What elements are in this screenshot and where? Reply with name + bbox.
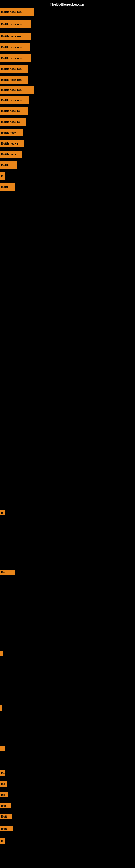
bottleneck-bar: Bottleneck resu xyxy=(0,20,31,28)
bottleneck-bar: B xyxy=(0,172,5,180)
vertical-line xyxy=(1,250,1,271)
bottleneck-bar-bottom: B xyxy=(0,510,5,516)
bottleneck-bar-bottom: Bott xyxy=(0,826,13,831)
vertical-line xyxy=(1,475,1,480)
site-title: TheBottlenecker.com xyxy=(50,2,85,6)
bottleneck-bar-bottom xyxy=(0,746,5,751)
bottleneck-bar: Bottleneck r xyxy=(0,140,24,147)
bottleneck-bar: Bottleneck xyxy=(0,151,22,158)
bottleneck-bar: Bottlen xyxy=(0,161,17,169)
bottleneck-bar: Bottleneck res xyxy=(0,8,34,16)
bottleneck-bar: Bottleneck res xyxy=(0,43,30,51)
bottleneck-bar-bottom: B xyxy=(0,838,5,844)
bottleneck-bar-bottom: Bo xyxy=(0,569,15,575)
bottleneck-bar: Bottleneck re xyxy=(0,107,28,115)
bottleneck-bar: Bottleneck res xyxy=(0,96,29,104)
bottleneck-bar: Bottleneck re xyxy=(0,118,26,126)
bottleneck-bar: Bottleneck xyxy=(0,129,23,136)
bottleneck-bar-bottom: Bo xyxy=(0,792,8,798)
bottleneck-bar-bottom: Bot xyxy=(0,803,11,808)
vertical-line xyxy=(1,214,1,225)
bottleneck-bar-bottom xyxy=(0,705,2,711)
bottleneck-bar: Bottl xyxy=(0,183,15,191)
bottleneck-bar: Bottleneck res xyxy=(0,33,31,40)
bottleneck-bar: Bottleneck res xyxy=(0,54,31,62)
bottleneck-bar-bottom: Bo xyxy=(0,781,7,786)
bottleneck-bar: Bottleneck res xyxy=(0,86,34,94)
vertical-line xyxy=(1,198,1,209)
vertical-line xyxy=(1,236,1,239)
bottleneck-bar-bottom xyxy=(0,651,3,656)
bottleneck-bar-bottom: Bott xyxy=(0,814,12,819)
bottleneck-bar: Bottleneck res xyxy=(0,76,28,84)
vertical-line xyxy=(1,434,1,439)
vertical-line xyxy=(1,385,1,391)
vertical-line xyxy=(1,326,1,334)
bottleneck-bar: Bottleneck res xyxy=(0,65,28,73)
bottleneck-bar-bottom: Bo xyxy=(0,770,5,776)
